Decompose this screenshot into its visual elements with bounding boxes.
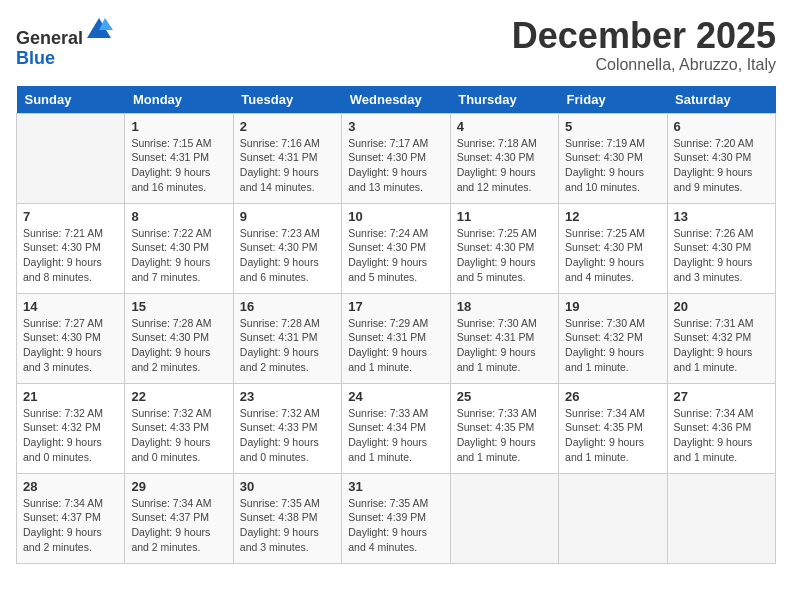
day-number: 30 <box>240 479 335 494</box>
calendar-cell: 25Sunrise: 7:33 AM Sunset: 4:35 PM Dayli… <box>450 383 558 473</box>
day-number: 1 <box>131 119 226 134</box>
day-number: 25 <box>457 389 552 404</box>
calendar-cell: 28Sunrise: 7:34 AM Sunset: 4:37 PM Dayli… <box>17 473 125 563</box>
calendar-cell: 20Sunrise: 7:31 AM Sunset: 4:32 PM Dayli… <box>667 293 775 383</box>
calendar-cell: 7Sunrise: 7:21 AM Sunset: 4:30 PM Daylig… <box>17 203 125 293</box>
day-info: Sunrise: 7:30 AM Sunset: 4:32 PM Dayligh… <box>565 316 660 375</box>
logo-icon <box>85 16 113 44</box>
day-info: Sunrise: 7:26 AM Sunset: 4:30 PM Dayligh… <box>674 226 769 285</box>
calendar-cell: 21Sunrise: 7:32 AM Sunset: 4:32 PM Dayli… <box>17 383 125 473</box>
header-day-thursday: Thursday <box>450 86 558 114</box>
day-info: Sunrise: 7:35 AM Sunset: 4:39 PM Dayligh… <box>348 496 443 555</box>
calendar-cell <box>450 473 558 563</box>
calendar-week-row: 14Sunrise: 7:27 AM Sunset: 4:30 PM Dayli… <box>17 293 776 383</box>
day-info: Sunrise: 7:32 AM Sunset: 4:33 PM Dayligh… <box>240 406 335 465</box>
day-number: 14 <box>23 299 118 314</box>
day-number: 19 <box>565 299 660 314</box>
calendar-cell: 27Sunrise: 7:34 AM Sunset: 4:36 PM Dayli… <box>667 383 775 473</box>
day-info: Sunrise: 7:30 AM Sunset: 4:31 PM Dayligh… <box>457 316 552 375</box>
logo: General Blue <box>16 16 113 69</box>
day-info: Sunrise: 7:27 AM Sunset: 4:30 PM Dayligh… <box>23 316 118 375</box>
day-info: Sunrise: 7:33 AM Sunset: 4:34 PM Dayligh… <box>348 406 443 465</box>
day-info: Sunrise: 7:35 AM Sunset: 4:38 PM Dayligh… <box>240 496 335 555</box>
day-info: Sunrise: 7:32 AM Sunset: 4:32 PM Dayligh… <box>23 406 118 465</box>
calendar-cell: 9Sunrise: 7:23 AM Sunset: 4:30 PM Daylig… <box>233 203 341 293</box>
day-number: 10 <box>348 209 443 224</box>
header-day-sunday: Sunday <box>17 86 125 114</box>
calendar-cell: 31Sunrise: 7:35 AM Sunset: 4:39 PM Dayli… <box>342 473 450 563</box>
day-number: 21 <box>23 389 118 404</box>
calendar-cell: 11Sunrise: 7:25 AM Sunset: 4:30 PM Dayli… <box>450 203 558 293</box>
calendar-cell: 10Sunrise: 7:24 AM Sunset: 4:30 PM Dayli… <box>342 203 450 293</box>
calendar-cell: 12Sunrise: 7:25 AM Sunset: 4:30 PM Dayli… <box>559 203 667 293</box>
day-number: 17 <box>348 299 443 314</box>
calendar-cell: 1Sunrise: 7:15 AM Sunset: 4:31 PM Daylig… <box>125 113 233 203</box>
day-info: Sunrise: 7:22 AM Sunset: 4:30 PM Dayligh… <box>131 226 226 285</box>
calendar-cell <box>667 473 775 563</box>
day-number: 22 <box>131 389 226 404</box>
calendar-cell: 13Sunrise: 7:26 AM Sunset: 4:30 PM Dayli… <box>667 203 775 293</box>
day-number: 28 <box>23 479 118 494</box>
calendar-cell: 6Sunrise: 7:20 AM Sunset: 4:30 PM Daylig… <box>667 113 775 203</box>
calendar-cell <box>559 473 667 563</box>
calendar-table: SundayMondayTuesdayWednesdayThursdayFrid… <box>16 86 776 564</box>
day-info: Sunrise: 7:33 AM Sunset: 4:35 PM Dayligh… <box>457 406 552 465</box>
calendar-week-row: 1Sunrise: 7:15 AM Sunset: 4:31 PM Daylig… <box>17 113 776 203</box>
logo-blue-text: Blue <box>16 48 55 68</box>
day-info: Sunrise: 7:25 AM Sunset: 4:30 PM Dayligh… <box>565 226 660 285</box>
day-info: Sunrise: 7:34 AM Sunset: 4:35 PM Dayligh… <box>565 406 660 465</box>
day-number: 6 <box>674 119 769 134</box>
calendar-cell: 17Sunrise: 7:29 AM Sunset: 4:31 PM Dayli… <box>342 293 450 383</box>
calendar-cell: 5Sunrise: 7:19 AM Sunset: 4:30 PM Daylig… <box>559 113 667 203</box>
day-number: 29 <box>131 479 226 494</box>
calendar-cell: 24Sunrise: 7:33 AM Sunset: 4:34 PM Dayli… <box>342 383 450 473</box>
day-number: 5 <box>565 119 660 134</box>
day-info: Sunrise: 7:34 AM Sunset: 4:37 PM Dayligh… <box>131 496 226 555</box>
day-info: Sunrise: 7:20 AM Sunset: 4:30 PM Dayligh… <box>674 136 769 195</box>
day-info: Sunrise: 7:23 AM Sunset: 4:30 PM Dayligh… <box>240 226 335 285</box>
day-number: 9 <box>240 209 335 224</box>
header-day-wednesday: Wednesday <box>342 86 450 114</box>
calendar-cell: 2Sunrise: 7:16 AM Sunset: 4:31 PM Daylig… <box>233 113 341 203</box>
day-number: 15 <box>131 299 226 314</box>
day-number: 12 <box>565 209 660 224</box>
day-info: Sunrise: 7:17 AM Sunset: 4:30 PM Dayligh… <box>348 136 443 195</box>
day-number: 3 <box>348 119 443 134</box>
calendar-cell: 29Sunrise: 7:34 AM Sunset: 4:37 PM Dayli… <box>125 473 233 563</box>
calendar-week-row: 7Sunrise: 7:21 AM Sunset: 4:30 PM Daylig… <box>17 203 776 293</box>
day-number: 20 <box>674 299 769 314</box>
day-number: 2 <box>240 119 335 134</box>
day-number: 31 <box>348 479 443 494</box>
title-block: December 2025 Colonnella, Abruzzo, Italy <box>512 16 776 74</box>
calendar-cell: 18Sunrise: 7:30 AM Sunset: 4:31 PM Dayli… <box>450 293 558 383</box>
day-info: Sunrise: 7:19 AM Sunset: 4:30 PM Dayligh… <box>565 136 660 195</box>
calendar-cell: 30Sunrise: 7:35 AM Sunset: 4:38 PM Dayli… <box>233 473 341 563</box>
logo-general-text: General <box>16 28 83 48</box>
day-number: 13 <box>674 209 769 224</box>
day-number: 4 <box>457 119 552 134</box>
day-info: Sunrise: 7:28 AM Sunset: 4:30 PM Dayligh… <box>131 316 226 375</box>
calendar-week-row: 21Sunrise: 7:32 AM Sunset: 4:32 PM Dayli… <box>17 383 776 473</box>
day-info: Sunrise: 7:34 AM Sunset: 4:36 PM Dayligh… <box>674 406 769 465</box>
calendar-cell: 23Sunrise: 7:32 AM Sunset: 4:33 PM Dayli… <box>233 383 341 473</box>
day-number: 26 <box>565 389 660 404</box>
day-info: Sunrise: 7:25 AM Sunset: 4:30 PM Dayligh… <box>457 226 552 285</box>
day-info: Sunrise: 7:15 AM Sunset: 4:31 PM Dayligh… <box>131 136 226 195</box>
calendar-cell <box>17 113 125 203</box>
calendar-cell: 4Sunrise: 7:18 AM Sunset: 4:30 PM Daylig… <box>450 113 558 203</box>
location: Colonnella, Abruzzo, Italy <box>512 56 776 74</box>
header-day-saturday: Saturday <box>667 86 775 114</box>
calendar-cell: 22Sunrise: 7:32 AM Sunset: 4:33 PM Dayli… <box>125 383 233 473</box>
day-info: Sunrise: 7:31 AM Sunset: 4:32 PM Dayligh… <box>674 316 769 375</box>
page-header: General Blue December 2025 Colonnella, A… <box>16 16 776 74</box>
header-day-friday: Friday <box>559 86 667 114</box>
day-number: 8 <box>131 209 226 224</box>
calendar-cell: 26Sunrise: 7:34 AM Sunset: 4:35 PM Dayli… <box>559 383 667 473</box>
calendar-cell: 14Sunrise: 7:27 AM Sunset: 4:30 PM Dayli… <box>17 293 125 383</box>
header-day-monday: Monday <box>125 86 233 114</box>
day-number: 11 <box>457 209 552 224</box>
calendar-body: 1Sunrise: 7:15 AM Sunset: 4:31 PM Daylig… <box>17 113 776 563</box>
day-info: Sunrise: 7:24 AM Sunset: 4:30 PM Dayligh… <box>348 226 443 285</box>
day-info: Sunrise: 7:32 AM Sunset: 4:33 PM Dayligh… <box>131 406 226 465</box>
calendar-cell: 3Sunrise: 7:17 AM Sunset: 4:30 PM Daylig… <box>342 113 450 203</box>
